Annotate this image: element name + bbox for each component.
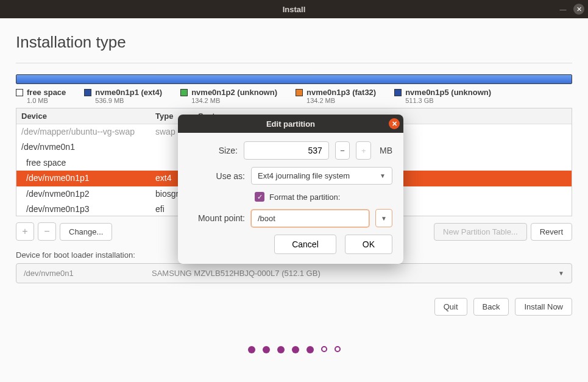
back-button[interactable]: Back (473, 298, 509, 316)
progress-dot (263, 346, 270, 353)
cancel-button[interactable]: Cancel (274, 235, 336, 254)
cell-device: /dev/nvme0n1p1 (16, 171, 151, 186)
progress-dots (16, 346, 572, 353)
revert-button[interactable]: Revert (531, 223, 572, 241)
chevron-down-icon: ▼ (558, 270, 564, 277)
legend-swatch (16, 89, 23, 96)
format-label: Format the partition: (269, 193, 340, 202)
window-titlebar: Install — ✕ (0, 0, 588, 18)
use-as-select[interactable]: Ext4 journaling file system ▼ (251, 167, 392, 185)
progress-dot (248, 346, 255, 353)
legend-size: 134.2 MB (306, 97, 376, 104)
use-as-row: Use as: Ext4 journaling file system ▼ (189, 167, 392, 185)
legend-size: 1.0 MB (27, 97, 66, 104)
legend-item: nvme0n1p5 (unknown) 511.3 GB (394, 88, 491, 104)
legend-name: nvme0n1p1 (ext4) (95, 88, 162, 97)
progress-dot (306, 346, 314, 353)
legend-swatch (394, 89, 402, 96)
quit-button[interactable]: Quit (434, 298, 467, 316)
add-partition-button[interactable]: + (16, 222, 34, 241)
right-actions: New Partition Table... Revert (434, 223, 572, 241)
dialog-body: Size: − + MB Use as: Ext4 journaling fil… (178, 133, 403, 264)
mount-point-value: /boot (258, 214, 275, 223)
left-actions: + − Change... (16, 222, 112, 241)
use-as-label: Use as: (189, 171, 245, 181)
cell-device: /dev/mapper/ubuntu--vg-swap (16, 124, 151, 140)
mount-point-dropdown-button[interactable]: ▼ (375, 209, 392, 227)
legend-swatch (180, 89, 188, 96)
install-now-button[interactable]: Install Now (515, 298, 572, 316)
chevron-down-icon: ▼ (380, 172, 386, 179)
mount-label: Mount point: (189, 213, 245, 223)
legend-name: free space (27, 88, 66, 97)
use-as-value: Ext4 journaling file system (258, 171, 350, 180)
legend-size: 536.9 MB (95, 97, 162, 104)
dialog-close-icon[interactable]: ✕ (389, 118, 400, 129)
remove-partition-button[interactable]: − (38, 222, 56, 241)
legend-item: nvme0n1p1 (ext4) 536.9 MB (84, 88, 162, 104)
cell-device: /dev/nvme0n1p3 (16, 202, 151, 216)
change-button[interactable]: Change... (60, 223, 112, 241)
disk-usage-bar (16, 74, 572, 84)
bootloader-select[interactable]: /dev/nvme0n1 SAMSUNG MZVLB512HBJQ-000L7 … (16, 263, 572, 283)
cell-device: free space (16, 155, 151, 171)
ok-button[interactable]: OK (345, 235, 392, 254)
close-icon[interactable]: ✕ (573, 4, 584, 15)
bootloader-desc: SAMSUNG MZVLB512HBJQ-000L7 (512.1 GB) (152, 269, 558, 278)
bootloader-device: /dev/nvme0n1 (24, 269, 152, 278)
window-title: Install (283, 5, 306, 14)
format-checkbox[interactable]: ✓ (255, 192, 264, 202)
divider (16, 63, 572, 63)
mount-point-select[interactable]: /boot (251, 210, 369, 227)
progress-dot (277, 346, 285, 353)
size-unit: MB (380, 146, 392, 155)
size-label: Size: (189, 146, 238, 155)
size-decrement-button[interactable]: − (335, 141, 350, 160)
progress-dot (335, 346, 341, 352)
new-partition-table-button[interactable]: New Partition Table... (434, 223, 527, 241)
size-increment-button[interactable]: + (356, 141, 371, 160)
legend-item: nvme0n1p3 (fat32) 134.2 MB (296, 88, 376, 104)
legend-name: nvme0n1p5 (unknown) (405, 88, 491, 97)
dialog-buttons: Cancel OK (189, 235, 392, 254)
nav-buttons: Quit Back Install Now (16, 298, 572, 316)
legend-name: nvme0n1p3 (fat32) (306, 88, 376, 97)
legend-item: nvme0n1p2 (unknown) 134.2 MB (180, 88, 277, 104)
edit-partition-dialog: Edit partition ✕ Size: − + MB Use as: Ex… (178, 115, 403, 264)
legend-size: 511.3 GB (405, 97, 491, 104)
chevron-down-icon: ▼ (381, 215, 387, 222)
progress-dot (292, 346, 299, 353)
window-controls: — ✕ (558, 4, 584, 15)
legend-name: nvme0n1p2 (unknown) (191, 88, 277, 97)
cell-device: /dev/nvme0n1p2 (16, 186, 151, 202)
size-input[interactable] (244, 141, 329, 160)
legend-item: free space 1.0 MB (16, 88, 66, 104)
dialog-title: Edit partition (266, 119, 315, 129)
mount-row: Mount point: /boot ▼ (189, 209, 392, 227)
page-heading: Installation type (16, 33, 572, 52)
progress-dot (321, 346, 327, 352)
minimize-icon[interactable]: — (558, 4, 569, 15)
legend-swatch (296, 89, 303, 96)
legend-size: 134.2 MB (191, 97, 277, 104)
cell-device: /dev/nvme0n1 (16, 140, 151, 155)
th-device[interactable]: Device (16, 108, 151, 124)
size-row: Size: − + MB (189, 141, 392, 160)
dialog-header: Edit partition ✕ (178, 115, 403, 133)
partition-legend: free space 1.0 MB nvme0n1p1 (ext4) 536.9… (16, 88, 572, 104)
legend-swatch (84, 89, 91, 96)
format-row: ✓ Format the partition: (255, 192, 392, 202)
